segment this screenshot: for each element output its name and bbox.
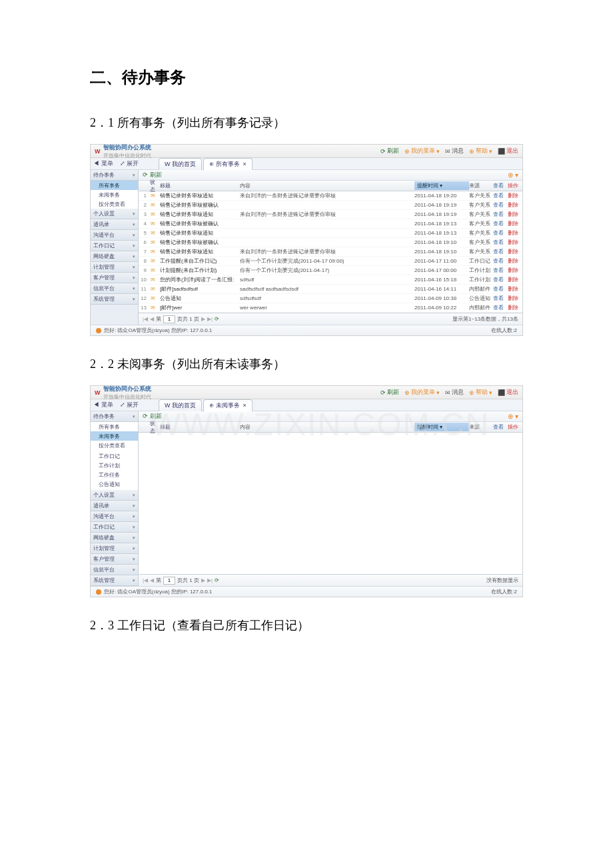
sidebar-item-contacts[interactable]: 通讯录▾ — [91, 219, 138, 230]
table-row[interactable]: 8✉工作提醒(来自工作日记)你有一个工作计划要完成(2011-04-17 09:… — [139, 257, 522, 266]
table-row[interactable]: 10✉您的同事(刘洋)阅读了一条汇报:sdfsdf2011-04-16 15:1… — [139, 275, 522, 285]
sidebar-item-netdisk[interactable]: 网络硬盘▾ — [91, 251, 138, 262]
sidebar-item-diary[interactable]: 工作日记▾ — [91, 522, 138, 533]
table-row[interactable]: 13✉[邮件]werwer werwer2011-04-09 10:22内部邮件… — [139, 303, 522, 313]
grid-th-source[interactable]: 来源 — [469, 423, 493, 431]
row-delete-link[interactable]: 删除 — [508, 285, 522, 293]
tab-unread-tasks[interactable]: ⊕ 未阅事务 × — [203, 399, 253, 411]
header-exit-button[interactable]: ⬛ 退出 — [498, 388, 518, 397]
table-row[interactable]: 11✉[邮件]sadfsdfsdfsadfsdfsdf asdfsadfsdsd… — [139, 285, 522, 294]
pager-page-input[interactable] — [163, 315, 175, 323]
header-my-menu-button[interactable]: ⊕ 我的菜单 ▾ — [404, 388, 440, 397]
row-view-link[interactable]: 查看 — [493, 304, 508, 311]
grid-th-content[interactable]: 内容 — [237, 182, 414, 189]
header-refresh-button[interactable]: ⟳ 刷新 — [380, 147, 399, 155]
table-row[interactable]: 7✉销售记录财务审核通知来自刘洋的一条财务进账记录需要你审核2011-04-18… — [139, 247, 522, 257]
tab-my-home[interactable]: W 我的首页 — [159, 399, 202, 411]
grid-th-view[interactable]: 查看 — [493, 182, 508, 189]
row-view-link[interactable]: 查看 — [493, 201, 508, 209]
wizard-icon[interactable]: ⊕ ▾ — [508, 171, 518, 179]
sidebar-item-contacts[interactable]: 通讯录▾ — [91, 501, 138, 511]
sidebar-item-by-category[interactable]: 按分类查看 — [91, 199, 138, 209]
grid-th-title[interactable]: 标题 — [157, 423, 237, 431]
header-message-button[interactable]: ✉ 消息 — [445, 388, 464, 397]
header-message-button[interactable]: ✉ 消息 — [445, 147, 464, 155]
row-delete-link[interactable]: 删除 — [508, 220, 522, 227]
row-view-link[interactable]: 查看 — [493, 257, 508, 265]
grid-th-time[interactable]: 提醒时间 ▾ — [414, 423, 469, 431]
row-view-link[interactable]: 查看 — [493, 211, 508, 218]
row-view-link[interactable]: 查看 — [493, 285, 508, 293]
row-view-link[interactable]: 查看 — [493, 192, 508, 199]
tab-my-home[interactable]: W 我的首页 — [159, 158, 202, 170]
row-view-link[interactable]: 查看 — [493, 267, 508, 274]
tab-all-tasks[interactable]: ⊕ 所有事务 × — [203, 158, 253, 170]
table-row[interactable]: 5✉销售记录财务审核通知2011-04-18 19:13客户关系查看删除 — [139, 229, 522, 238]
table-row[interactable]: 4✉销售记录财务审核被确认2011-04-18 19:13客户关系查看删除 — [139, 219, 522, 229]
sidebar-item-unread-tasks[interactable]: 未阅事务 — [91, 431, 138, 441]
header-my-menu-button[interactable]: ⊕ 我的菜单 ▾ — [404, 147, 440, 155]
sidebar-item-all-tasks[interactable]: 所有事务 — [91, 181, 138, 190]
row-view-link[interactable]: 查看 — [493, 239, 508, 246]
sidebar-sub-task[interactable]: 工作任务 — [91, 470, 138, 479]
toolbar-menu-button[interactable]: ◀ 菜单 — [93, 401, 113, 409]
sidebar-sub-plan[interactable]: 工作计划 — [91, 461, 138, 470]
pager-last-button[interactable]: ▶| — [207, 316, 213, 322]
sidebar-item-customer[interactable]: 客户管理▾ — [91, 554, 138, 565]
row-delete-link[interactable]: 删除 — [508, 248, 522, 255]
pager-last-button[interactable]: ▶| — [207, 577, 213, 583]
pager-refresh-button[interactable]: ⟳ — [215, 316, 219, 322]
sidebar-sub-notice[interactable]: 公告通知 — [91, 479, 138, 489]
sidebar-item-comm[interactable]: 沟通平台▾ — [91, 230, 138, 241]
sidebar-item-personal[interactable]: 个人设置▾ — [91, 490, 138, 501]
grid-th-op[interactable]: 操作 — [508, 423, 522, 431]
table-row[interactable]: 3✉销售记录财务审核通知来自刘洋的一条财务进账记录需要你审核2011-04-18… — [139, 210, 522, 219]
sidebar-item-comm[interactable]: 沟通平台▾ — [91, 511, 138, 522]
grid-th-content[interactable]: 内容 — [237, 423, 414, 431]
row-delete-link[interactable]: 删除 — [508, 304, 522, 311]
header-exit-button[interactable]: ⬛ 退出 — [498, 147, 518, 155]
header-refresh-button[interactable]: ⟳ 刷新 — [380, 388, 399, 397]
pager-first-button[interactable]: |◀ — [143, 577, 148, 583]
toolbar-expand-button[interactable]: ⤢ 展开 — [120, 401, 139, 409]
row-delete-link[interactable]: 删除 — [508, 201, 522, 209]
row-view-link[interactable]: 查看 — [493, 248, 508, 255]
toolbar-expand-button[interactable]: ⤢ 展开 — [120, 159, 139, 168]
pager-first-button[interactable]: |◀ — [143, 316, 148, 322]
toolbar-menu-button[interactable]: ◀ 菜单 — [93, 159, 113, 168]
row-delete-link[interactable]: 删除 — [508, 267, 522, 274]
row-view-link[interactable]: 查看 — [493, 295, 508, 302]
sidebar-item-pending[interactable]: 待办事务▾ — [91, 170, 138, 181]
pager-prev-button[interactable]: ◀ — [150, 577, 154, 583]
sidebar-item-pending[interactable]: 待办事务▾ — [91, 411, 138, 422]
sidebar-item-by-category[interactable]: 按分类查看 — [91, 441, 138, 450]
table-row[interactable]: 2✉销售记录财务审核被确认2011-04-18 19:19客户关系查看删除 — [139, 201, 522, 210]
row-view-link[interactable]: 查看 — [493, 220, 508, 227]
sidebar-item-sys[interactable]: 系统管理▾ — [91, 575, 138, 586]
pager-next-button[interactable]: ▶ — [201, 577, 205, 583]
row-delete-link[interactable]: 删除 — [508, 295, 522, 302]
row-delete-link[interactable]: 删除 — [508, 229, 522, 237]
pager-refresh-button[interactable]: ⟳ — [215, 577, 219, 583]
sidebar-item-plan[interactable]: 计划管理▾ — [91, 543, 138, 554]
table-row[interactable]: 1✉销售记录财务审核通知来自刘洋的一条财务进账记录需要你审核2011-04-18… — [139, 191, 522, 201]
sidebar-item-info[interactable]: 信息平台▾ — [91, 565, 138, 575]
sidebar-sub-diary[interactable]: 工作日记 — [91, 451, 138, 461]
row-view-link[interactable]: 查看 — [493, 276, 508, 283]
pager-next-button[interactable]: ▶ — [201, 316, 205, 322]
table-row[interactable]: 12✉公告通知sdfsdfsdf2011-04-09 10:38公告通知查看删除 — [139, 294, 522, 303]
grid-th-title[interactable]: 标题 — [157, 182, 237, 189]
wizard-icon[interactable]: ⊕ ▾ — [508, 413, 518, 420]
pager-page-input[interactable] — [163, 577, 175, 585]
sidebar-item-plan[interactable]: 计划管理▾ — [91, 262, 138, 273]
grid-th-view[interactable]: 查看 — [493, 423, 508, 431]
grid-th-time[interactable]: 提醒时间 ▾ — [414, 181, 469, 190]
header-help-button[interactable]: ⊕ 帮助 ▾ — [469, 147, 492, 155]
grid-th-source[interactable]: 来源 — [469, 182, 493, 189]
sidebar-item-netdisk[interactable]: 网络硬盘▾ — [91, 533, 138, 543]
sidebar-item-sys[interactable]: 系统管理▾ — [91, 294, 138, 305]
sidebar-item-info[interactable]: 信息平台▾ — [91, 283, 138, 294]
row-delete-link[interactable]: 删除 — [508, 257, 522, 265]
row-delete-link[interactable]: 删除 — [508, 239, 522, 246]
row-delete-link[interactable]: 删除 — [508, 192, 522, 199]
